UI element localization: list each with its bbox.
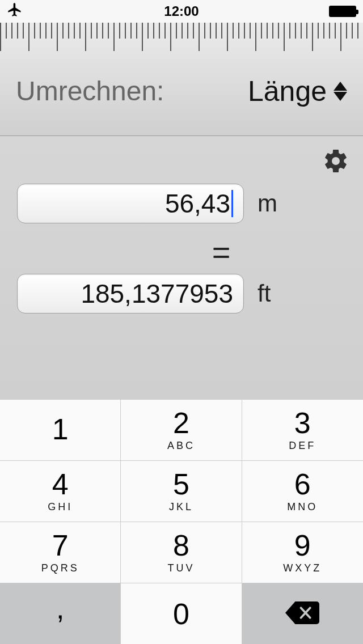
key-0[interactable]: 0 — [121, 583, 242, 644]
key-decimal-label: , — [56, 591, 64, 625]
header: Umrechnen: Länge — [0, 23, 363, 136]
backspace-icon — [285, 601, 319, 626]
text-cursor — [231, 190, 233, 217]
convert-label: Umrechnen: — [16, 75, 164, 107]
key-digit: 3 — [294, 408, 311, 438]
status-time: 12:00 — [64, 3, 299, 19]
key-digit: 9 — [294, 531, 311, 560]
settings-button[interactable] — [322, 147, 349, 177]
input-value: 56,43 — [165, 188, 230, 219]
output-field[interactable]: 185,1377953 — [17, 274, 244, 313]
key-digit: 7 — [52, 531, 69, 560]
key-letters: MNO — [287, 501, 318, 513]
key-digit: 4 — [52, 469, 69, 499]
equals-sign: = — [0, 234, 363, 270]
battery-icon — [329, 6, 356, 17]
key-digit: 5 — [173, 469, 189, 499]
key-1[interactable]: 1 — [0, 399, 121, 460]
key-4[interactable]: 4 GHI — [0, 460, 121, 522]
key-digit: 0 — [173, 599, 189, 629]
key-letters: TUV — [167, 562, 195, 574]
key-decimal[interactable]: , — [0, 583, 121, 644]
status-bar: 12:00 — [0, 0, 363, 23]
key-3[interactable]: 3 DEF — [242, 399, 363, 460]
key-digit: 6 — [294, 469, 311, 499]
airplane-mode-icon — [7, 2, 23, 21]
key-digit: 8 — [173, 531, 189, 560]
key-letters: GHI — [48, 501, 73, 513]
output-value: 185,1377953 — [81, 278, 233, 309]
output-unit[interactable]: ft — [258, 280, 292, 307]
key-letters: ABC — [167, 440, 195, 452]
input-unit[interactable]: m — [258, 190, 292, 217]
updown-icon — [334, 82, 347, 101]
key-letters: DEF — [289, 440, 316, 452]
numeric-keypad: 1 2 ABC 3 DEF 4 GHI 5 JKL 6 MNO 7 PQRS 8 — [0, 399, 363, 644]
key-8[interactable]: 8 TUV — [121, 522, 242, 583]
key-6[interactable]: 6 MNO — [242, 460, 363, 522]
input-field[interactable]: 56,43 — [17, 184, 244, 223]
key-2[interactable]: 2 ABC — [121, 399, 242, 460]
category-selector[interactable]: Länge — [248, 75, 347, 108]
content-area: 56,43 m = 185,1377953 ft — [0, 136, 363, 399]
key-backspace[interactable] — [242, 583, 363, 644]
key-7[interactable]: 7 PQRS — [0, 522, 121, 583]
key-9[interactable]: 9 WXYZ — [242, 522, 363, 583]
key-letters: JKL — [169, 501, 193, 513]
key-letters: PQRS — [41, 562, 79, 574]
ruler-graphic — [0, 23, 363, 58]
key-digit: 1 — [52, 414, 69, 444]
key-5[interactable]: 5 JKL — [121, 460, 242, 522]
key-letters: WXYZ — [283, 562, 322, 574]
gear-icon — [322, 167, 349, 176]
key-digit: 2 — [173, 408, 189, 438]
category-label: Länge — [248, 75, 327, 108]
